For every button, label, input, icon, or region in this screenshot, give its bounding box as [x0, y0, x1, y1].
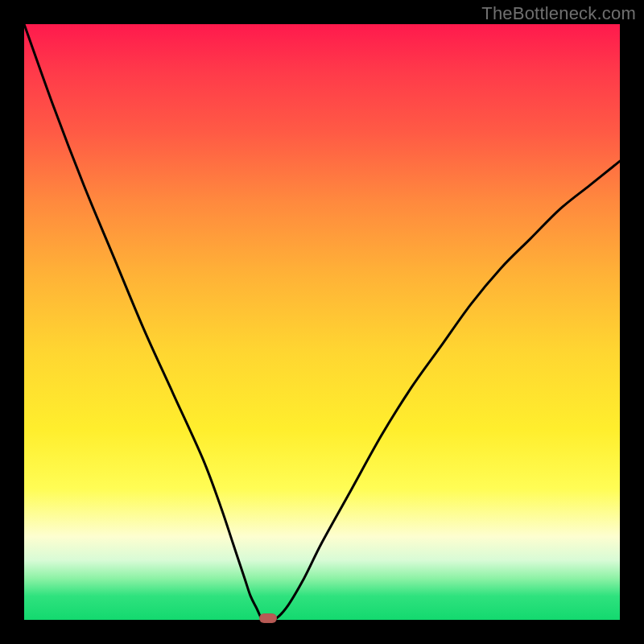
optimal-marker — [259, 613, 277, 623]
plot-area — [24, 24, 620, 620]
chart-frame: TheBottleneck.com — [0, 0, 644, 644]
bottleneck-curve — [24, 24, 620, 620]
watermark-text: TheBottleneck.com — [481, 3, 636, 24]
